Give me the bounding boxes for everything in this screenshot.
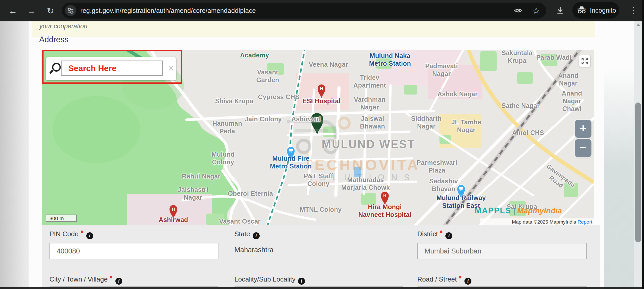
screenshot-root: ← → ↻ reg.gst.gov.in/registration/auth/a… [0, 0, 644, 289]
map-label: Jain Colony [245, 115, 282, 123]
svg-text:H: H [383, 193, 386, 198]
map-label: Amol CHS [512, 129, 544, 137]
page-title: Address [39, 35, 69, 44]
map-label: Vasant Oscar [219, 217, 261, 225]
info-icon[interactable]: i [464, 278, 471, 285]
map-label: Vasant Garden [256, 68, 279, 84]
map-label: Ashok Nagar [437, 90, 478, 98]
map-label: P&T Staff Colony [304, 172, 333, 188]
required-dot [440, 231, 442, 233]
label-text: State [234, 230, 250, 238]
map-label: Sadashiv Bhavan [429, 177, 458, 193]
map-label-mulund-west: MULUND WEST [322, 138, 415, 151]
field-label-district: Districti [417, 230, 452, 238]
address-bar[interactable]: reg.gst.gov.in/registration/auth/amend/c… [62, 3, 546, 19]
scrollbar-up-arrow[interactable] [636, 23, 640, 26]
incognito-badge: Incognito [572, 2, 619, 19]
mapmyindia-logo-text: MapmyIndia [517, 206, 562, 215]
map-label: Jaiswal Bhawan [360, 115, 385, 130]
zoom-in-button[interactable]: + [575, 120, 591, 138]
label-text: Road / Street [417, 275, 457, 283]
info-icon[interactable]: i [115, 278, 122, 285]
scrollbar-track[interactable] [634, 21, 642, 289]
map-label: Tridev Apartment [353, 74, 386, 89]
zoom-out-button[interactable]: − [575, 139, 591, 157]
field-label-road-street: Road / Streeti [417, 275, 471, 284]
fullscreen-icon [581, 57, 589, 65]
fullscreen-button[interactable] [579, 55, 590, 67]
map-provider-logo: MAPPLS|MapmyIndia [475, 206, 562, 215]
label-text: City / Town / Village [49, 275, 108, 283]
back-icon[interactable]: ← [7, 5, 19, 17]
district-input[interactable] [417, 243, 587, 259]
label-text: PIN Code [49, 230, 79, 238]
map-attribution: Map data ©2025 MapmyIndia Report [480, 218, 594, 225]
pin-code-input[interactable] [49, 243, 218, 259]
search-input[interactable]: Search Here [61, 61, 163, 76]
address-form-panel: PIN Codei Statei Districti Maharashtra C… [42, 225, 600, 289]
map-label: Anand Nagar Chawl [561, 89, 583, 113]
clear-search-icon[interactable]: × [166, 63, 176, 74]
frame-right-edge [642, 0, 644, 289]
field-label-locality: Locality/Sub Localityi [234, 275, 305, 284]
field-label-pin-code: PIN Codei [49, 230, 93, 238]
download-icon[interactable] [555, 6, 565, 16]
svg-text:H: H [320, 86, 323, 91]
map-label: JL Tambe Nagar [451, 118, 481, 134]
notice-banner-text: your cooperation. [39, 22, 89, 30]
map-label: Siddharth Nagar [411, 115, 442, 130]
search-annotation-text: Search Here [68, 61, 116, 75]
info-icon[interactable]: i [86, 232, 93, 239]
map-label: Mathuradas Morjaria Chowk [341, 176, 390, 191]
map-label: Academy [240, 51, 269, 59]
map-label-metro-station: Mulund Naka Metro Station [369, 52, 411, 67]
map-label: Padmavati Nagar [425, 62, 458, 78]
info-icon[interactable]: i [298, 278, 305, 285]
search-icon [50, 63, 61, 74]
map-label: Parmeshwari Plaza [417, 159, 457, 174]
browser-menu-icon[interactable]: ⋮ [629, 4, 639, 16]
logo-divider: | [511, 206, 517, 215]
field-label-state: Statei [234, 230, 260, 238]
report-link[interactable]: Report [578, 219, 592, 225]
map-label: Vardhman Nagar [354, 96, 385, 111]
page-right-shade [604, 67, 634, 289]
required-dot [110, 276, 112, 278]
frame-bottom-edge [0, 287, 644, 289]
map-label: Sathe Nagar [502, 102, 540, 109]
map-label: Cypress CHS [258, 93, 300, 101]
preview-eye-icon[interactable] [514, 7, 523, 15]
map-label: Hanuman Pada [212, 120, 242, 135]
svg-text:H: H [172, 207, 175, 212]
notice-banner: your cooperation. [32, 21, 595, 37]
info-icon[interactable]: i [445, 232, 452, 239]
map-label: Rahul Nagar [182, 172, 220, 180]
attribution-text: Map data ©2025 MapmyIndia [512, 219, 576, 225]
map-label: Parab Wadi [536, 54, 571, 61]
url-text[interactable]: reg.gst.gov.in/registration/auth/amend/c… [80, 3, 256, 19]
map-scale: 300 m [46, 215, 77, 222]
required-dot [459, 276, 461, 278]
reload-icon[interactable]: ↻ [44, 5, 57, 17]
map-label: Jaishastri Nagar [178, 186, 208, 201]
map-label: Sakuntala Krupa [502, 50, 532, 64]
map-label: Mulund Colony [211, 150, 235, 166]
map-label: Veena Nagar [309, 61, 348, 68]
site-settings-icon[interactable] [65, 5, 76, 16]
info-icon[interactable]: i [253, 232, 260, 239]
label-text: District [417, 230, 438, 238]
incognito-label: Incognito [590, 7, 616, 14]
label-text: Locality/Sub Locality [234, 275, 295, 283]
map-label-metro-station: Mulund Fire Metro Station [270, 155, 312, 170]
map-label: Oberoi Eternia [228, 190, 273, 197]
page-left-margin [0, 21, 29, 289]
scrollbar-thumb[interactable] [635, 103, 641, 242]
forward-icon[interactable]: → [25, 5, 38, 17]
map-label: MTNL Colony [300, 206, 342, 213]
map-label-hospital: Hira Mongi Navneet Hospital [358, 203, 411, 218]
bookmark-star-icon[interactable]: ☆ [532, 5, 540, 16]
map-label: Ashirwad [291, 115, 321, 123]
map-label: Shiva Krupa [215, 97, 253, 105]
mappls-logo-text: MAPPLS [475, 206, 511, 215]
incognito-icon [577, 5, 587, 15]
